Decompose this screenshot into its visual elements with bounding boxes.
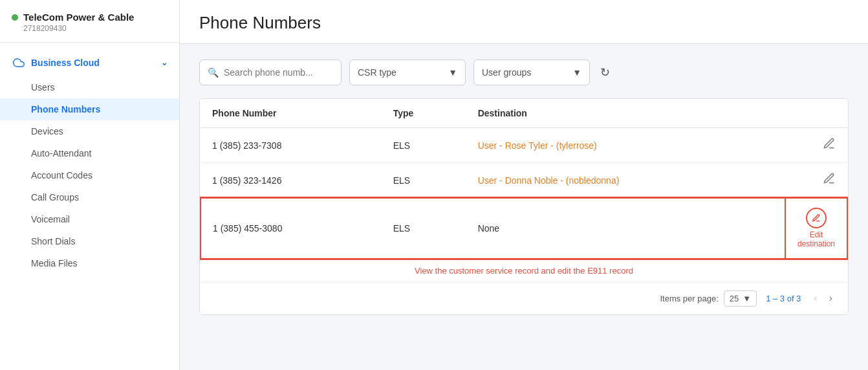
phone-numbers-label: Phone Numbers — [31, 104, 100, 114]
items-per-page: Items per page: 25 ▼ — [660, 290, 757, 307]
table-row: 1 (385) 233-7308 ELS User - Rose Tyler -… — [201, 128, 847, 163]
col-action — [785, 99, 847, 128]
sidebar-section-business-cloud[interactable]: Business Cloud ⌄ — [0, 49, 179, 76]
action-cell — [785, 128, 847, 163]
per-page-select[interactable]: 25 ▼ — [724, 290, 757, 307]
short-dials-label: Short Dials — [31, 236, 75, 246]
type-cell: ELS — [382, 163, 466, 199]
sidebar-item-media-files[interactable]: Media Files — [0, 252, 179, 274]
users-label: Users — [31, 82, 55, 92]
user-groups-chevron: ▼ — [572, 67, 581, 78]
reset-icon: ↻ — [600, 65, 610, 80]
destination-link[interactable]: User - Donna Noble - (nobledonna) — [478, 175, 620, 186]
phone-number-cell: 1 (385) 233-7308 — [201, 128, 382, 163]
sidebar-item-users[interactable]: Users — [0, 76, 179, 98]
business-cloud-label: Business Cloud — [31, 58, 100, 68]
search-icon: 🔍 — [208, 67, 219, 78]
per-page-value: 25 — [730, 294, 739, 303]
cloud-icon — [12, 56, 26, 70]
pagination-range: 1 – 3 of 3 — [766, 294, 801, 303]
action-cell — [785, 163, 847, 199]
sidebar-item-call-groups[interactable]: Call Groups — [0, 186, 179, 208]
page-title: Phone Numbers — [199, 13, 849, 33]
edit-destination-icon[interactable] — [806, 208, 827, 228]
auto-attendant-label: Auto-Attendant — [31, 148, 91, 158]
status-dot — [12, 14, 18, 21]
destination-link[interactable]: User - Rose Tyler - (tylerrose) — [478, 140, 597, 151]
next-page-button[interactable]: › — [825, 291, 836, 305]
sidebar-item-phone-numbers[interactable]: Phone Numbers — [0, 98, 179, 120]
company-id: 2718209430 — [12, 24, 168, 33]
sidebar-header: TeleCom Power & Cable 2718209430 — [0, 0, 179, 43]
type-cell: ELS — [382, 198, 466, 259]
filters-row: 🔍 CSR type ▼ User groups ▼ ↻ — [199, 60, 849, 85]
phone-number-cell: 1 (385) 323-1426 — [201, 163, 382, 199]
action-cell-highlighted: Editdestination — [785, 198, 847, 259]
search-input[interactable] — [224, 67, 333, 78]
destination-cell: None — [466, 198, 785, 259]
prev-page-button[interactable]: ‹ — [810, 291, 821, 305]
col-type: Type — [382, 99, 466, 128]
items-per-page-label: Items per page: — [660, 294, 718, 303]
user-groups-select[interactable]: User groups ▼ — [473, 60, 590, 85]
nav-section: Business Cloud ⌄ Users Phone Numbers Dev… — [0, 43, 179, 281]
reset-button[interactable]: ↻ — [598, 63, 613, 82]
devices-label: Devices — [31, 126, 63, 136]
edit-destination-container: Editdestination — [797, 208, 835, 249]
main-content: Phone Numbers 🔍 CSR type ▼ User groups ▼… — [180, 0, 868, 370]
sidebar: TeleCom Power & Cable 2718209430 Busines… — [0, 0, 180, 370]
csr-type-label: CSR type — [358, 67, 396, 78]
table-row-highlighted: 1 (385) 455-3080 ELS None Editdestinati — [201, 198, 847, 259]
pagination-nav: ‹ › — [810, 291, 836, 305]
user-groups-label: User groups — [482, 67, 531, 78]
account-codes-label: Account Codes — [31, 170, 92, 180]
company-name: TeleCom Power & Cable — [23, 12, 134, 23]
csr-type-select[interactable]: CSR type ▼ — [349, 60, 466, 85]
sidebar-item-auto-attendant[interactable]: Auto-Attendant — [0, 142, 179, 164]
sidebar-item-voicemail[interactable]: Voicemail — [0, 208, 179, 230]
search-box[interactable]: 🔍 — [199, 60, 342, 85]
phone-numbers-table-container: Phone Number Type Destination 1 (385) 23… — [199, 98, 849, 315]
e911-message-text: View the customer service record and edi… — [415, 266, 633, 276]
pagination-row: Items per page: 25 ▼ 1 – 3 of 3 ‹ › — [200, 282, 848, 314]
edit-destination-label: Editdestination — [797, 230, 835, 249]
call-groups-label: Call Groups — [31, 192, 79, 202]
phone-number-cell: 1 (385) 455-3080 — [201, 198, 382, 259]
e911-message[interactable]: View the customer service record and edi… — [201, 259, 847, 282]
page-header: Phone Numbers — [180, 0, 868, 44]
chevron-down-icon: ⌄ — [161, 58, 168, 67]
company-row: TeleCom Power & Cable — [12, 12, 168, 23]
media-files-label: Media Files — [31, 258, 78, 268]
type-cell: ELS — [382, 128, 466, 163]
per-page-chevron: ▼ — [743, 294, 751, 303]
phone-numbers-table: Phone Number Type Destination 1 (385) 23… — [200, 99, 848, 282]
table-row: 1 (385) 323-1426 ELS User - Donna Noble … — [201, 163, 847, 199]
content-area: 🔍 CSR type ▼ User groups ▼ ↻ Phone Numbe… — [180, 44, 868, 370]
table-header-row: Phone Number Type Destination — [201, 99, 847, 128]
voicemail-label: Voicemail — [31, 214, 70, 224]
col-phone-number: Phone Number — [201, 99, 382, 128]
sidebar-item-account-codes[interactable]: Account Codes — [0, 164, 179, 186]
sidebar-item-short-dials[interactable]: Short Dials — [0, 230, 179, 252]
edit-icon[interactable] — [823, 140, 836, 153]
edit-icon[interactable] — [823, 175, 836, 188]
csr-type-chevron: ▼ — [448, 67, 457, 78]
col-destination: Destination — [466, 99, 785, 128]
destination-cell: User - Rose Tyler - (tylerrose) — [466, 128, 785, 163]
e911-message-row: View the customer service record and edi… — [201, 259, 847, 282]
sidebar-item-devices[interactable]: Devices — [0, 120, 179, 142]
destination-cell: User - Donna Noble - (nobledonna) — [466, 163, 785, 199]
